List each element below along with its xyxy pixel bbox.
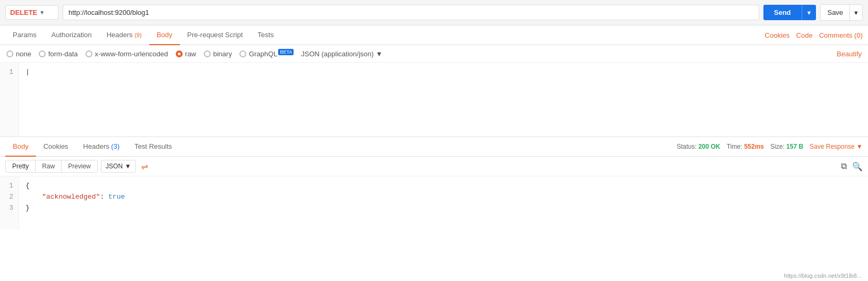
json-format-label: JSON (application/json) — [301, 50, 374, 58]
time-label: Time: 552ms — [727, 143, 764, 150]
body-type-none[interactable]: none — [6, 50, 31, 58]
response-tab-cookies[interactable]: Cookies — [36, 137, 76, 157]
status-label: Status: 200 OK — [677, 143, 720, 150]
method-label: DELETE — [10, 8, 37, 16]
response-toolbar: Pretty Raw Preview JSON ▼ ⇌ ⧉ 🔍 — [0, 157, 868, 176]
response-actions: ⧉ 🔍 — [841, 161, 863, 172]
beautify-button[interactable]: Beautify — [837, 50, 862, 58]
radio-graphql — [239, 50, 246, 57]
time-value: 552ms — [744, 143, 764, 150]
radio-none — [6, 50, 13, 57]
save-button[interactable]: Save — [821, 5, 849, 20]
request-tabs: Params Authorization Headers (9) Body Pr… — [0, 25, 868, 45]
cookies-link[interactable]: Cookies — [765, 31, 790, 39]
resp-line-1: { — [25, 181, 862, 192]
comments-link[interactable]: Comments (0) — [819, 31, 863, 39]
body-type-bar: none form-data x-www-form-urlencoded raw… — [0, 45, 868, 63]
body-type-raw[interactable]: raw — [176, 50, 196, 58]
request-tabs-right: Cookies Code Comments (0) — [765, 31, 863, 39]
response-tab-test-results[interactable]: Test Results — [127, 137, 179, 157]
copy-icon[interactable]: ⧉ — [841, 161, 847, 172]
line-number: 1 — [5, 67, 13, 78]
body-type-urlencoded[interactable]: x-www-form-urlencoded — [85, 50, 168, 58]
response-body: 1 2 3 { "acknowledged": true } — [0, 176, 868, 229]
resp-line-num-3: 3 — [5, 203, 13, 214]
editor-content[interactable]: | — [19, 63, 868, 137]
view-toggle: Pretty Raw Preview — [5, 160, 98, 173]
json-format-dropdown[interactable]: JSON (application/json) ▼ — [301, 50, 382, 58]
response-code-content: { "acknowledged": true } — [19, 176, 868, 229]
view-raw-button[interactable]: Raw — [36, 160, 62, 172]
method-chevron-icon: ▼ — [39, 10, 45, 15]
response-format-dropdown[interactable]: JSON ▼ — [101, 160, 136, 173]
response-tabs-bar: Body Cookies Headers (3) Test Results St… — [0, 137, 868, 157]
body-type-form-data[interactable]: form-data — [39, 50, 78, 58]
response-format-chevron-icon: ▼ — [125, 163, 131, 170]
response-tab-body[interactable]: Body — [5, 137, 36, 157]
tab-headers[interactable]: Headers (9) — [99, 25, 149, 45]
tab-tests[interactable]: Tests — [250, 25, 281, 45]
cursor-line: | — [25, 68, 30, 76]
radio-form-data — [39, 50, 46, 57]
tab-params[interactable]: Params — [5, 25, 44, 45]
send-dropdown-button[interactable]: ▼ — [802, 5, 817, 20]
size-label: Size: 157 B — [770, 143, 803, 150]
send-button[interactable]: Send — [763, 5, 802, 20]
radio-urlencoded — [85, 50, 92, 57]
response-line-numbers: 1 2 3 — [0, 176, 19, 229]
url-input[interactable] — [63, 5, 759, 20]
word-wrap-icon[interactable]: ⇌ — [141, 161, 148, 172]
view-pretty-button[interactable]: Pretty — [6, 160, 36, 172]
resp-line-3: } — [25, 203, 862, 214]
headers-badge: (9) — [134, 32, 141, 38]
resp-line-num-1: 1 — [5, 181, 13, 192]
method-select[interactable]: DELETE ▼ — [5, 5, 58, 20]
radio-binary — [204, 50, 211, 57]
top-bar: DELETE ▼ Send ▼ Save ▼ — [0, 0, 868, 25]
response-format-label: JSON — [106, 163, 123, 170]
response-meta: Status: 200 OK Time: 552ms Size: 157 B S… — [677, 143, 863, 150]
resp-line-2: "acknowledged": true — [25, 192, 862, 203]
response-tab-headers[interactable]: Headers (3) — [76, 137, 127, 157]
editor-line-numbers: 1 — [0, 63, 19, 137]
radio-raw — [176, 50, 183, 57]
json-format-chevron-icon: ▼ — [376, 50, 383, 58]
body-type-binary[interactable]: binary — [204, 50, 232, 58]
search-icon[interactable]: 🔍 — [852, 161, 863, 172]
size-value: 157 B — [786, 143, 803, 150]
view-preview-button[interactable]: Preview — [62, 160, 97, 172]
beta-badge: BETA — [278, 49, 294, 55]
tab-body[interactable]: Body — [149, 25, 180, 45]
status-value: 200 OK — [698, 143, 720, 150]
tab-pre-request-script[interactable]: Pre-request Script — [180, 25, 251, 45]
save-response-button[interactable]: Save Response ▼ — [810, 143, 863, 150]
save-dropdown-button[interactable]: ▼ — [849, 5, 862, 20]
code-link[interactable]: Code — [796, 31, 813, 39]
save-btn-group: Save ▼ — [820, 4, 863, 21]
resp-line-num-2: 2 — [5, 192, 13, 203]
response-headers-badge: (3) — [111, 142, 119, 150]
send-btn-group: Send ▼ — [763, 5, 817, 20]
tab-authorization[interactable]: Authorization — [44, 25, 99, 45]
body-type-graphql[interactable]: GraphQLBETA — [239, 49, 294, 58]
request-body-editor[interactable]: 1 | — [0, 63, 868, 137]
